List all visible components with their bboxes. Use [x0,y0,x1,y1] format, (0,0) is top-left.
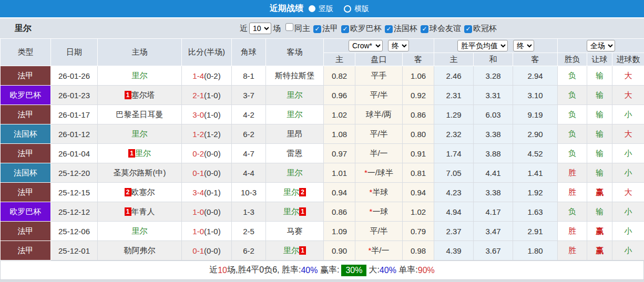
league-type-cell: 法甲 [1,183,51,202]
col-header-score: 比分(半场) [182,39,232,66]
score-cell: 0-2(0-0) [182,144,232,163]
col-header-type: 类型 [1,39,51,66]
score-cell: 3-4(0-1) [182,183,232,202]
sub-header-handicap-result: 让球 [587,53,612,66]
league-type-cell: 欧罗巴杯 [1,86,51,105]
home-team-cell: 1里尔 [98,144,182,163]
card-badge: 1 [299,246,306,255]
euro-home-odds-cell: 2.31 [434,86,474,105]
summary-segment: 赢率: [318,265,339,276]
moved-line-star: * [368,246,371,255]
handicap-result-cell: 输 [587,86,612,105]
goals-result-cell: 大 [612,66,644,86]
euro-home-odds-cell: 1.29 [434,105,474,124]
euro-time-select[interactable]: 终 [513,40,534,51]
sub-header-euro-home: 主 [434,53,474,66]
fulltime-score: 2-1 [192,91,204,100]
asian-away-odds-cell: 0.86 [403,105,434,124]
home-team-cell: 勒阿弗尔 [98,241,182,260]
table-row: 法甲26-01-041里尔0-2(0-0)4-7雷恩0.97半/一0.911.7… [1,144,644,163]
sub-header-euro-draw: 和 [474,53,513,66]
table-header: 类型 日期 主场 比分(半场) 角球 客场 Crow* 终 胜平负均值 终 全场… [1,39,644,66]
vertical-layout-label[interactable]: 竖版 [319,4,333,14]
card-badge: 2 [125,188,131,196]
asian-odds-header: Crow* 终 [324,39,434,53]
team-label: 雷恩 [287,149,303,158]
handicap-cell: 球半/两 [355,105,403,124]
horizontal-layout-label[interactable]: 横版 [354,4,369,14]
asian-home-odds-cell: 1.09 [324,222,355,241]
col-header-away: 客场 [266,39,324,66]
league-type-cell: 法甲 [1,105,51,124]
date-cell: 26-01-17 [51,105,98,124]
goals-result-cell: 小 [612,105,644,124]
filter-checkbox-欧冠杯[interactable]: ✓ [464,25,472,33]
odds-company-select[interactable]: Crow* [349,40,383,51]
handicap-result-cell: 赢 [587,222,612,241]
euro-away-odds-cell: 1.41 [513,163,558,183]
corner-cell: 4-2 [232,105,266,124]
scope-select[interactable]: 全场 [587,40,615,51]
fulltime-score: 1-2 [192,130,204,139]
summary-segment: 大: [369,265,379,276]
table-row: 法甲25-12-152欧塞尔3-4(0-1)10-3里尔20.94*半球0.94… [1,183,644,202]
summary-segment: 40% [380,266,396,275]
table-row: 法国杯26-01-12里尔1-2(1-2)6-2里昂1.08平/半0.802.3… [1,124,644,144]
goals-result-cell: 小 [612,163,644,183]
euro-draw-odds-cell: 4.17 [474,202,513,222]
sub-header-asian-away: 客 [403,53,434,66]
halftime-score: (0-0) [204,207,221,216]
corner-cell: 6-2 [232,241,266,260]
asian-away-odds-cell: 0.80 [403,124,434,144]
games-label: 场 [273,24,281,34]
handicap-result-cell: 输 [587,66,612,86]
date-cell: 26-01-26 [51,66,98,86]
corner-cell: 4-7 [232,144,266,163]
wdl-result-cell: 胜 [558,222,587,241]
date-cell: 25-12-12 [51,202,98,222]
horizontal-layout-radio[interactable] [344,5,351,13]
filter-checkbox-球会友谊[interactable]: ✓ [421,25,428,33]
handicap-cell: *一/球半 [355,163,403,183]
goals-result-cell: 小 [612,241,644,260]
odds-time-select[interactable]: 终 [388,40,409,51]
vertical-layout-radio[interactable] [309,5,315,12]
col-header-date: 日期 [51,39,98,66]
handicap-cell: 半/一 [355,144,403,163]
team-label: 塞尔塔 [131,90,155,99]
moved-line-star: * [370,207,373,216]
euro-away-odds-cell: 2.90 [513,124,558,144]
asian-home-odds-cell: 1.02 [324,105,355,124]
away-team-cell: 里尔1 [266,202,324,222]
euro-home-odds-cell: 4.23 [434,183,474,202]
handicap-cell: 平/半 [355,124,403,144]
date-cell: 25-12-20 [51,163,98,183]
filter-checkbox-同主[interactable] [285,23,293,31]
euro-away-odds-cell: 2.91 [513,222,558,241]
asian-away-odds-cell: 0.92 [403,86,434,105]
wdl-result-cell: 胜 [558,241,587,260]
wdl-result-cell: 负 [558,124,587,144]
fulltime-score: 3-0 [192,110,204,119]
league-type-cell: 法甲 [1,222,51,241]
toolbar: 里尔 近 10 场 同主✓法甲✓欧罗巴杯✓法国杯✓球会友谊✓欧冠杯 [0,18,644,38]
filter-checkbox-欧罗巴杯[interactable]: ✓ [341,25,349,33]
goals-result-cell: 大 [612,124,644,144]
team-label: 勒阿弗尔 [124,246,156,255]
euro-odds-select[interactable]: 胜平负均值 [457,40,508,51]
recent-count-select[interactable]: 10 [249,23,271,34]
team-name: 里尔 [15,23,32,34]
halftime-score: (0-2) [204,71,221,80]
home-team-cell: 里尔 [98,222,182,241]
fulltime-score: 0-2 [192,149,204,158]
euro-away-odds-cell: 9.19 [513,105,558,124]
sub-header-asian-home: 主 [324,53,355,66]
away-team-cell: 斯特拉斯堡 [266,66,324,86]
filter-checkbox-法国杯[interactable]: ✓ [385,25,393,33]
asian-away-odds-cell: 0.91 [403,144,434,163]
team-label: 里尔 [132,71,148,80]
handicap-cell: *半球 [355,183,403,202]
handicap-result-cell: 输 [587,105,612,124]
filter-checkbox-法甲[interactable]: ✓ [313,25,321,33]
away-team-cell: 马赛 [266,222,324,241]
